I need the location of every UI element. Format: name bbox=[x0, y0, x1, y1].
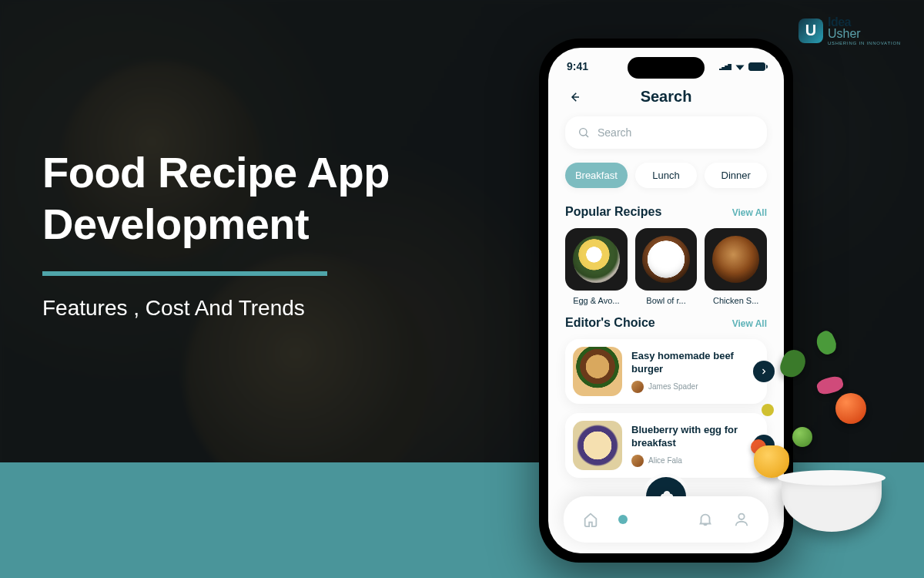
dynamic-island bbox=[628, 57, 705, 79]
battery-icon bbox=[748, 62, 765, 71]
popular-title: Popular Recipes bbox=[565, 205, 661, 219]
user-icon[interactable] bbox=[733, 511, 750, 528]
search-input[interactable]: Search bbox=[565, 116, 767, 149]
editor-recipe-title: Blueberry with egg for breakfast bbox=[631, 424, 759, 450]
recipe-card[interactable]: Bowl of r... bbox=[635, 228, 698, 305]
author-name: James Spader bbox=[648, 382, 698, 391]
hero-title-line1: Food Recipe App bbox=[42, 148, 390, 197]
recipe-card[interactable]: Chicken S... bbox=[705, 228, 767, 305]
hero-subtitle: Features , Cost And Trends bbox=[42, 296, 390, 321]
svg-point-0 bbox=[580, 129, 587, 136]
tab-breakfast[interactable]: Breakfast bbox=[565, 163, 628, 188]
editor-thumb bbox=[573, 421, 622, 470]
recipe-label: Bowl of r... bbox=[646, 296, 685, 305]
editors-section: Editor's Choice View All Easy homemade b… bbox=[548, 305, 784, 478]
popular-view-all[interactable]: View All bbox=[732, 207, 767, 218]
recipe-thumb bbox=[705, 228, 767, 291]
recipe-card[interactable]: Egg & Avo... bbox=[565, 228, 628, 305]
phone-screen: 9:41 Search Search Breakfast Lunch Dinne… bbox=[548, 48, 784, 553]
back-button[interactable] bbox=[567, 89, 582, 105]
arrow-left-icon bbox=[567, 90, 581, 104]
hero-divider bbox=[42, 271, 327, 276]
recipe-label: Egg & Avo... bbox=[573, 296, 619, 305]
category-tabs: Breakfast Lunch Dinner bbox=[548, 149, 784, 194]
wifi-icon bbox=[735, 62, 745, 70]
tab-bar bbox=[564, 496, 768, 543]
avatar bbox=[631, 455, 644, 467]
tab-active-indicator[interactable] bbox=[618, 515, 628, 524]
editors-view-all[interactable]: View All bbox=[732, 318, 767, 329]
arrow-right-icon bbox=[759, 441, 768, 450]
logo-tagline: USHERING IN INNOVATION bbox=[828, 41, 901, 45]
popular-section: Popular Recipes View All Egg & Avo... Bo… bbox=[548, 194, 784, 305]
arrow-right-icon bbox=[759, 367, 768, 376]
bell-icon[interactable] bbox=[697, 511, 714, 528]
signal-icon bbox=[719, 62, 732, 70]
tab-dinner[interactable]: Dinner bbox=[705, 163, 767, 188]
recipe-label: Chicken S... bbox=[713, 296, 758, 305]
svg-point-1 bbox=[738, 514, 744, 519]
hero-title: Food Recipe App Development bbox=[42, 146, 390, 250]
recipe-thumb bbox=[565, 228, 628, 291]
open-recipe-button[interactable] bbox=[753, 361, 775, 382]
hero-title-line2: Development bbox=[42, 200, 309, 248]
recipe-thumb bbox=[635, 228, 698, 291]
editor-card[interactable]: Blueberry with egg for breakfast Alice F… bbox=[565, 413, 767, 478]
page-title: Search bbox=[641, 88, 692, 106]
avatar bbox=[631, 381, 644, 393]
editor-thumb bbox=[573, 347, 622, 396]
editors-title: Editor's Choice bbox=[565, 316, 655, 330]
tab-lunch[interactable]: Lunch bbox=[635, 163, 698, 188]
brand-logo: U Idea Usher USHERING IN INNOVATION bbox=[798, 15, 901, 45]
open-recipe-button[interactable] bbox=[753, 435, 775, 456]
editor-recipe-title: Easy homemade beef burger bbox=[631, 350, 759, 376]
logo-text-2: Usher bbox=[828, 27, 901, 41]
logo-mark-icon: U bbox=[798, 18, 823, 43]
status-icons bbox=[719, 60, 765, 72]
search-placeholder: Search bbox=[598, 126, 631, 139]
hero-text: Food Recipe App Development Features , C… bbox=[42, 146, 390, 321]
home-icon[interactable] bbox=[582, 511, 599, 528]
status-time: 9:41 bbox=[567, 60, 588, 72]
search-icon bbox=[578, 126, 590, 139]
app-header: Search bbox=[548, 72, 784, 116]
phone-mockup: 9:41 Search Search Breakfast Lunch Dinne… bbox=[539, 39, 793, 563]
author-name: Alice Fala bbox=[648, 456, 682, 465]
editor-card[interactable]: Easy homemade beef burger James Spader bbox=[565, 339, 767, 404]
